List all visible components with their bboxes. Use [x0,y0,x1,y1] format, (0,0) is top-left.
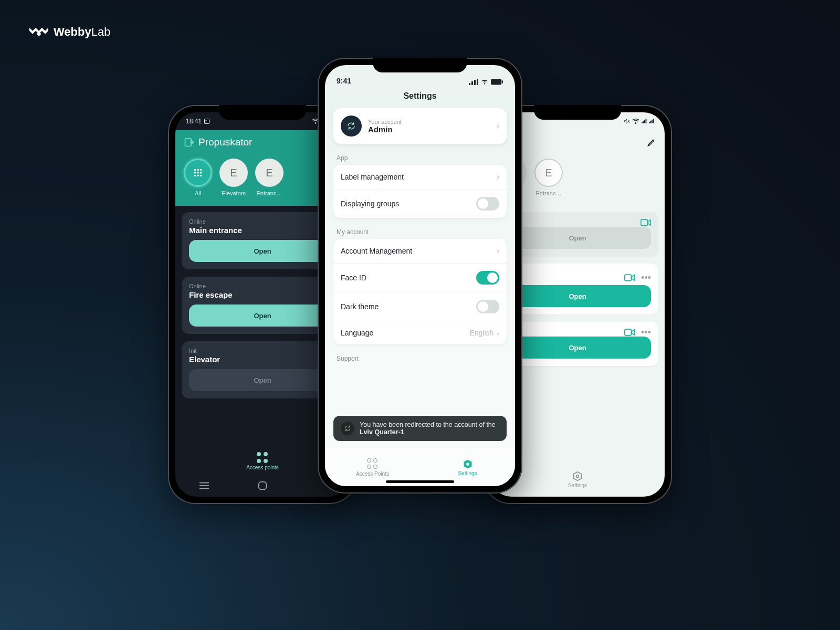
card-status: Init [189,348,336,354]
settings-icon [463,459,473,469]
mute-icon [624,118,630,124]
toggle-dark-theme[interactable] [476,300,499,313]
svg-rect-39 [477,79,478,85]
account-label: Your account [368,119,402,125]
svg-rect-31 [641,219,648,226]
grid-icon [192,167,204,178]
svg-rect-28 [650,121,652,123]
svg-rect-22 [259,482,266,489]
row-face-id[interactable]: Face ID [333,263,507,292]
card-name: Fire escape [189,290,336,299]
brand-name-1: Webby [54,25,91,38]
row-label-management[interactable]: Label management › [333,165,507,189]
svg-rect-23 [642,122,643,123]
cellular-icon [469,79,478,85]
toggle-face-id[interactable] [476,271,499,285]
chip-all[interactable]: All [184,159,212,196]
chevron-right-icon: › [497,121,499,131]
svg-rect-19 [200,482,209,484]
row-dark-theme[interactable]: Dark theme [333,292,507,321]
svg-point-14 [197,172,199,174]
nav-recents[interactable] [198,480,210,491]
more-icon[interactable]: ••• [641,330,651,335]
svg-rect-40 [491,79,501,85]
sync-icon [341,422,354,435]
sync-icon [341,116,362,136]
row-account-management[interactable]: Account Management › [333,239,507,263]
account-name: Admin [368,125,402,134]
svg-point-18 [200,175,202,177]
svg-rect-27 [649,122,650,123]
svg-rect-37 [471,81,473,85]
svg-point-10 [194,169,196,171]
camera-icon[interactable] [624,274,635,282]
svg-rect-24 [643,121,644,123]
brand-logo: WebbyLab [29,25,110,39]
open-button[interactable]: Open [504,337,651,359]
svg-rect-38 [474,80,476,85]
chevron-right-icon: › [497,172,499,182]
toast-redirected: You have been redirected to the account … [333,416,507,441]
svg-rect-20 [200,485,209,486]
svg-point-35 [576,475,579,478]
svg-rect-36 [469,83,470,85]
svg-rect-33 [625,329,632,335]
settings-icon [572,471,583,481]
svg-rect-0 [205,119,209,124]
svg-rect-30 [653,119,654,123]
section-support: Support [333,352,507,365]
page-title: Settings [325,87,515,108]
section-app: App [333,151,507,165]
open-button[interactable]: Open [504,285,651,307]
card-name: Main entrance [189,226,336,235]
more-icon[interactable]: ••• [641,275,651,280]
svg-rect-41 [502,80,503,83]
open-button[interactable]: Open [189,304,336,327]
svg-rect-32 [625,275,632,281]
wifi-icon [632,119,639,124]
svg-point-13 [194,172,196,174]
svg-rect-25 [644,120,645,123]
signal2-icon [649,119,654,124]
chip-entrances[interactable]: E Entranc… [255,159,284,196]
edit-icon[interactable] [647,138,656,147]
chevron-right-icon: › [497,246,499,256]
chip-entrances[interactable]: E Entranc… [534,159,563,196]
home-indicator[interactable] [386,480,454,483]
toast-text: You have been redirected to the account … [360,421,499,436]
svg-marker-34 [574,472,582,481]
chevron-right-icon: › [497,329,499,337]
picture-icon [204,118,210,124]
row-language[interactable]: Language English › [333,321,507,344]
tab-label: Settings [458,470,477,476]
svg-point-12 [200,169,202,171]
chip-label: Entranc… [536,190,562,196]
webbylab-mark-icon [29,26,48,38]
card-name: Elevator [189,355,336,364]
toggle-displaying-groups[interactable] [476,197,499,211]
signal-icon [642,119,647,124]
svg-point-17 [197,175,199,177]
language-value: English [469,329,494,337]
nav-home[interactable] [257,480,268,491]
chip-elevators[interactable]: E Elevators [219,159,248,196]
brand-name-2: Lab [91,25,111,38]
row-displaying-groups[interactable]: Displaying groups [333,189,507,218]
status-time: 18:41 [186,118,202,125]
card-status: Online [189,283,336,289]
svg-point-11 [197,169,199,171]
account-row[interactable]: Your account Admin › [333,108,507,144]
tab-label: Access Points [356,471,389,477]
svg-point-1 [206,120,207,121]
camera-icon[interactable] [624,328,635,337]
camera-icon[interactable] [640,218,651,227]
exit-icon[interactable] [184,137,194,148]
svg-point-43 [466,463,469,466]
status-time: 9:41 [337,77,351,85]
open-button[interactable]: Open [189,240,336,262]
section-my-account: My account [333,225,507,239]
apps-icon [367,458,379,470]
card-status: Online [189,218,336,225]
wifi-icon [480,79,489,85]
chip-label: Entranc… [257,190,282,196]
